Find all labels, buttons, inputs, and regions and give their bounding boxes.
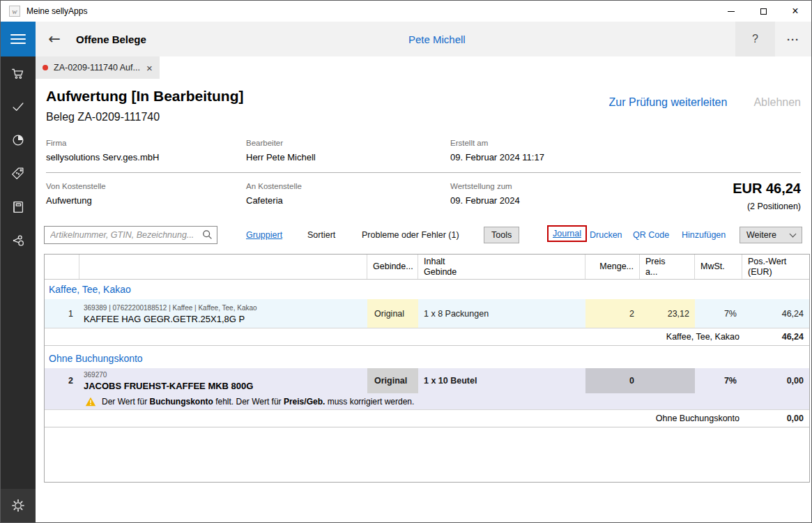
preis-cell[interactable]: 23,12 <box>640 299 695 328</box>
sidebar-item-tasks[interactable] <box>1 90 36 123</box>
document-view: Aufwertung [In Bearbeitung] Zur Prüfung … <box>36 79 811 522</box>
gebinde-cell[interactable]: Original <box>367 299 418 328</box>
user-name[interactable]: Pete Michell <box>408 33 466 45</box>
page-title: Offene Belege <box>76 33 146 45</box>
document-subtitle: Beleg ZA-0209-111740 <box>46 111 801 123</box>
toggle-gruppiert[interactable]: Gruppiert <box>246 226 282 244</box>
col-header-menge[interactable]: Menge... <box>585 255 640 279</box>
group-total-label: Ohne Buchungskonto <box>45 414 740 423</box>
forward-review-button[interactable]: Zur Prüfung weiterleiten <box>609 96 728 109</box>
sidebar-item-offers[interactable] <box>1 157 36 190</box>
menge-cell[interactable]: 2 <box>585 299 640 328</box>
preis-cell[interactable] <box>640 368 695 393</box>
hinzufuegen-link[interactable]: Hinzufügen <box>682 226 726 244</box>
table-row[interactable]: 1 369389 | 07622200188512 | Kaffee | Kaf… <box>45 299 809 328</box>
warning-icon <box>85 397 96 407</box>
table-row[interactable]: 2 369270 JACOBS FRUEHST-KAFFEE MKB 800G … <box>45 368 809 393</box>
filter-probleme[interactable]: Probleme oder Fehler (1) <box>362 226 459 244</box>
item-toolbar: Gruppiert Sortiert Probleme oder Fehler … <box>44 226 801 244</box>
menu-button[interactable] <box>1 22 36 56</box>
minimize-icon <box>728 11 735 12</box>
back-button[interactable]: ← <box>45 31 63 47</box>
reject-button[interactable]: Ablehnen <box>753 96 801 109</box>
field-label: Wertstellung zum <box>450 182 631 190</box>
document-total: EUR 46,24 (2 Positionen) <box>631 181 801 211</box>
tab-close-icon[interactable]: × <box>146 63 153 73</box>
app-icon: w <box>9 6 20 17</box>
article-cell: 369389 | 07622200188512 | Kaffee | Kaffe… <box>79 299 367 328</box>
maximize-button[interactable] <box>747 1 779 22</box>
col-header-gebinde[interactable]: Gebinde... <box>367 255 418 279</box>
field-an-kostenstelle: An Kostenstelle Cafeteria <box>246 182 450 211</box>
field-value: 09. Februar 2024 11:17 <box>450 152 631 162</box>
col-header-mwst[interactable]: MwSt. <box>695 255 742 279</box>
article-meta: 369389 | 07622200188512 | Kaffee | Kaffe… <box>84 303 257 312</box>
wert-cell: 0,00 <box>742 368 809 393</box>
article-name: JACOBS FRUEHST-KAFFEE MKB 800G <box>84 381 253 391</box>
article-cell: 369270 JACOBS FRUEHST-KAFFEE MKB 800G <box>79 368 367 393</box>
group-total-kaffee: Kaffee, Tee, Kakao 46,24 <box>45 328 809 346</box>
group-header-kaffee[interactable]: Kaffee, Tee, Kakao <box>45 280 809 299</box>
close-button[interactable]: × <box>779 1 811 22</box>
sidebar-spacer <box>1 257 36 489</box>
table-header-row: Gebinde... Inhalt Gebinde Menge... Preis… <box>45 255 809 280</box>
wert-cell: 46,24 <box>742 299 809 328</box>
row-warning: Der Wert für Buchungskonto fehlt. Der We… <box>45 393 809 409</box>
group-total-value: 46,24 <box>740 332 809 342</box>
sidebar <box>1 22 36 522</box>
journal-link[interactable]: Journal <box>553 229 581 238</box>
group-total-value: 0,00 <box>740 414 809 423</box>
sidebar-item-reports[interactable] <box>1 123 36 157</box>
field-label: Erstellt am <box>450 139 631 147</box>
field-bearbeiter: Bearbeiter Herr Pete Michell <box>246 139 450 162</box>
search-input[interactable] <box>44 226 217 244</box>
menge-cell[interactable]: 0 <box>585 368 640 393</box>
chevron-down-icon <box>790 230 797 237</box>
field-label: Firma <box>46 139 246 147</box>
checkmark-icon <box>10 99 26 114</box>
gear-icon <box>10 498 26 513</box>
field-wertstellung: Wertstellung zum 09. Februar 2024 <box>450 182 631 211</box>
sidebar-item-settings[interactable] <box>1 489 36 522</box>
sidebar-item-share[interactable] <box>1 224 36 257</box>
col-header-artikel <box>79 255 367 279</box>
cart-icon <box>10 66 26 81</box>
unsaved-indicator-icon <box>43 65 48 70</box>
position-count: (2 Positionen) <box>631 202 801 211</box>
ellipsis-icon: ··· <box>787 33 799 45</box>
app-window: w Meine sellyApps × <box>0 0 812 523</box>
weitere-dropdown[interactable]: Weitere <box>740 227 802 243</box>
gebinde-cell[interactable]: Original <box>367 368 418 393</box>
col-header-inhalt[interactable]: Inhalt Gebinde <box>418 255 585 279</box>
positions-table: Gebinde... Inhalt Gebinde Menge... Preis… <box>44 254 810 483</box>
toggle-sortiert[interactable]: Sortiert <box>307 226 335 244</box>
tools-button[interactable]: Tools <box>484 227 519 243</box>
minimize-button[interactable] <box>715 1 747 22</box>
article-meta: 369270 <box>84 370 107 379</box>
field-von-kostenstelle: Von Kostenstelle Aufwertung <box>46 182 246 211</box>
tab-bar: ZA-0209-111740 Auf... × <box>36 56 811 79</box>
field-label: Von Kostenstelle <box>46 182 246 190</box>
position-number: 1 <box>45 299 79 328</box>
hamburger-icon <box>10 31 26 47</box>
inhalt-cell: 1 x 10 Beutel <box>418 368 585 393</box>
sidebar-item-journal[interactable] <box>1 190 36 224</box>
group-total-label: Kaffee, Tee, Kakao <box>45 332 740 342</box>
app-header: ← Offene Belege Pete Michell ? ··· <box>36 22 811 56</box>
mwst-cell: 7% <box>695 368 742 393</box>
search-icon <box>202 229 213 240</box>
inhalt-cell: 1 x 8 Packungen <box>418 299 585 328</box>
group-header-ohne-buchungskonto[interactable]: Ohne Buchungskonto <box>45 346 809 368</box>
drucken-link[interactable]: Drucken <box>590 226 622 244</box>
help-button[interactable]: ? <box>735 22 775 56</box>
more-button[interactable]: ··· <box>775 22 811 56</box>
info-row-2: Von Kostenstelle Aufwertung An Kostenste… <box>46 173 801 211</box>
sidebar-item-cart[interactable] <box>1 56 36 90</box>
col-header-preis[interactable]: Preis a... <box>640 255 695 279</box>
tab-document[interactable]: ZA-0209-111740 Auf... × <box>36 56 160 79</box>
pie-chart-icon <box>10 132 26 148</box>
col-header-wert[interactable]: Pos.-Wert (EUR) <box>742 255 809 279</box>
document-title: Aufwertung [In Bearbeitung] <box>46 88 243 105</box>
qr-code-link[interactable]: QR Code <box>633 226 669 244</box>
group-name: Ohne Buchungskonto <box>45 353 143 364</box>
